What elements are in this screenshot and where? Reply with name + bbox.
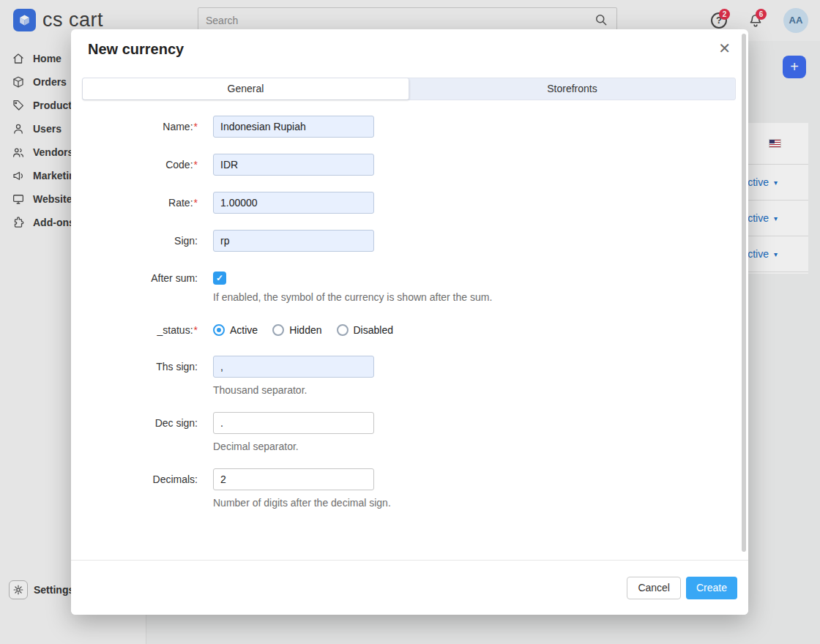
ths-sign-help: Thousand separator. (213, 384, 307, 396)
dec-sign-help: Decimal separator. (213, 441, 299, 452)
rate-label: Rate:* (81, 192, 198, 214)
status-label: _status:* (81, 319, 198, 341)
modal-scrollbar[interactable] (742, 34, 746, 552)
tab-general[interactable]: General (83, 78, 409, 100)
dec-sign-field[interactable] (213, 412, 374, 434)
radio-active[interactable]: Active (213, 324, 258, 336)
sign-field[interactable] (213, 230, 374, 252)
check-icon: ✓ (216, 273, 223, 283)
admin-screen: cs cart ? 2 6 AA Home (0, 0, 820, 644)
required-asterisk: * (194, 159, 198, 171)
code-label: Code:* (81, 154, 198, 176)
radio-button-icon (337, 324, 348, 336)
radio-button-icon (272, 324, 284, 336)
radio-hidden[interactable]: Hidden (272, 324, 321, 336)
ths-sign-field[interactable] (213, 356, 374, 378)
required-asterisk: * (194, 197, 198, 209)
cancel-button[interactable]: Cancel (627, 577, 681, 599)
name-label: Name:* (81, 116, 198, 138)
ths-sign-label: Ths sign: (81, 356, 198, 378)
new-currency-modal: New currency ✕ General Storefronts Name:… (71, 29, 748, 615)
status-radio-group: Active Hidden Disabled (213, 324, 393, 336)
required-asterisk: * (194, 324, 198, 336)
sign-label: Sign: (81, 230, 198, 252)
radio-disabled[interactable]: Disabled (337, 324, 393, 336)
create-button[interactable]: Create (686, 577, 737, 599)
tab-storefronts[interactable]: Storefronts (409, 78, 735, 100)
name-field[interactable] (213, 116, 374, 138)
modal-tabs: General Storefronts (82, 78, 736, 100)
rate-field[interactable] (213, 192, 374, 214)
decimals-field[interactable] (213, 468, 374, 490)
modal-title: New currency (88, 41, 184, 58)
decimals-help: Number of digits after the decimal sign. (213, 497, 391, 509)
modal-footer: Cancel Create (71, 560, 748, 615)
decimals-label: Decimals: (81, 468, 198, 490)
radio-button-icon (213, 324, 225, 336)
code-field[interactable] (213, 154, 374, 176)
close-icon[interactable]: ✕ (718, 40, 731, 57)
after-sum-label: After sum: (81, 267, 198, 289)
dec-sign-label: Dec sign: (81, 412, 198, 434)
after-sum-help: If enabled, the symbol of the currency i… (213, 291, 492, 303)
required-asterisk: * (194, 121, 198, 132)
after-sum-checkbox[interactable]: ✓ (213, 272, 226, 285)
